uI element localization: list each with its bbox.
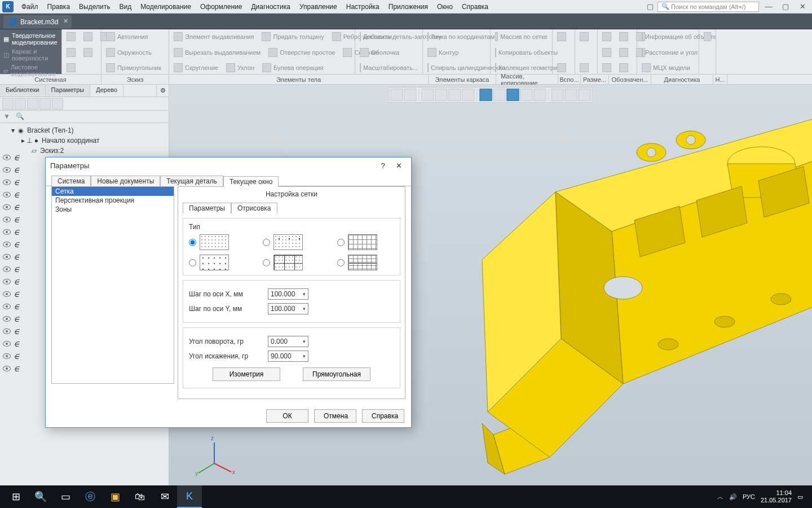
menu-modeling[interactable]: Моделирование [136, 1, 196, 12]
panel-tab-libs[interactable]: Библиотеки [0, 85, 46, 97]
grid-type-6[interactable] [337, 255, 394, 270]
rb-rect[interactable]: Прямоугольник [105, 63, 165, 73]
rb-addpart[interactable]: Добавить деталь-заготовку [359, 32, 419, 42]
vb-wire[interactable] [493, 89, 506, 101]
explorer-icon[interactable]: ▣ [103, 485, 127, 508]
menu-edit[interactable]: Правка [43, 1, 75, 12]
cancel-button[interactable]: Отмена [314, 409, 356, 423]
rb-ann5[interactable] [618, 47, 629, 58]
menu-window[interactable]: Окно [433, 1, 457, 12]
tree-row-icons[interactable]: ∈ [1, 313, 19, 325]
tree-row-icons[interactable]: ∈ [1, 226, 19, 238]
tree-row-icons[interactable]: ∈ [1, 263, 19, 275]
rb-info[interactable]: Информация об объекте [641, 32, 695, 42]
ok-button[interactable]: ОК [266, 409, 308, 423]
maximize-button[interactable]: ▢ [778, 2, 793, 12]
mode-selector[interactable]: ▦Твердотельное моделирование ◫Каркас и п… [0, 29, 62, 74]
rb-aux2[interactable] [556, 63, 571, 73]
grid-type-4[interactable] [189, 255, 246, 270]
tree-tb-5[interactable] [52, 98, 63, 110]
vb-sect[interactable] [534, 89, 546, 101]
mail-icon[interactable]: ✉ [152, 485, 177, 508]
rb-array[interactable]: Массив по сетке [494, 32, 549, 42]
vb-fit[interactable] [462, 89, 475, 101]
tree-row-icons[interactable]: ∈ [1, 213, 19, 226]
vb-zoom[interactable] [422, 89, 434, 101]
sidelist-zones[interactable]: Зоны [52, 205, 174, 214]
tree-tb-3[interactable] [27, 98, 38, 110]
tree-row-icons[interactable]: ∈ [1, 275, 19, 288]
minimize-button[interactable]: — [761, 2, 776, 12]
tray-notifications-icon[interactable]: ▭ [797, 493, 803, 501]
help-button[interactable]: Справка [362, 409, 404, 423]
menu-format[interactable]: Оформление [196, 1, 246, 12]
rb-ann2[interactable] [618, 32, 629, 42]
some-icon[interactable]: ▢ [643, 2, 657, 12]
dtab-curwin[interactable]: Текущее окно [223, 176, 279, 187]
vb-ortho[interactable] [520, 89, 533, 101]
vb-snap[interactable] [404, 89, 417, 101]
vb-pan[interactable] [435, 89, 448, 101]
rb-fillet[interactable]: Скругление [173, 63, 219, 73]
dtab-system[interactable]: Система [51, 176, 91, 186]
tree-row-icons[interactable]: ∈ [1, 338, 19, 350]
tray-chevron-up-icon[interactable]: ︿ [717, 493, 723, 501]
tree-tb-2[interactable] [15, 98, 26, 110]
tree-root[interactable]: ▾ ◉ Bracket (Тел-1) [0, 125, 169, 135]
rb-cfg[interactable] [703, 32, 712, 42]
rb-scale[interactable]: Масштабировать... [359, 63, 419, 73]
tree-row-icons[interactable]: ∈ [1, 251, 19, 263]
tree-row-icons[interactable]: ∈ [1, 350, 19, 362]
rb-undo[interactable] [82, 47, 94, 58]
grid-type-3[interactable] [337, 234, 394, 250]
subtab-draw[interactable]: Отрисовка [231, 203, 277, 213]
rb-ann7[interactable] [601, 63, 612, 73]
grid-type-2[interactable] [263, 234, 320, 250]
step-y-input[interactable]: 100.000▾ [268, 303, 308, 314]
edge-icon[interactable]: ⓔ [78, 485, 103, 508]
rb-dim1[interactable] [579, 32, 594, 42]
rb-point[interactable]: Точка по координатам [426, 32, 487, 42]
tree-row-icons[interactable]: ∈ [1, 288, 19, 300]
rb-copy[interactable]: Копировать объекты [494, 47, 549, 58]
rb-autoline[interactable]: Автолиния [105, 32, 165, 42]
dtab-newdocs[interactable]: Новые документы [91, 176, 160, 186]
vb-shaded[interactable] [480, 89, 492, 101]
tree-row-icons[interactable]: ∈ [1, 151, 19, 164]
subtab-params[interactable]: Параметры [183, 203, 231, 213]
rb-dim2[interactable] [579, 63, 594, 73]
panel-settings-icon[interactable]: ⚙ [156, 85, 169, 97]
rb-ann8[interactable] [618, 63, 629, 73]
menu-manage[interactable]: Управление [295, 1, 342, 12]
command-search[interactable]: 🔍 Поиск по командам (Alt+/) [657, 2, 759, 12]
rb-hole[interactable]: Отверстие простое [267, 47, 336, 58]
grid-type-5[interactable] [263, 255, 320, 270]
rb-print[interactable] [65, 47, 77, 58]
close-icon[interactable]: ✕ [63, 17, 68, 25]
sidelist-grid[interactable]: Сетка [52, 187, 174, 196]
angle-skew-input[interactable]: 90.000▾ [268, 351, 308, 362]
vb-3[interactable] [579, 89, 591, 101]
dialog-help-icon[interactable]: ? [375, 159, 391, 172]
tray-clock[interactable]: 11:04 21.05.2017 [761, 489, 792, 504]
tree-tb-1[interactable] [2, 98, 14, 110]
rb-open[interactable] [82, 32, 94, 42]
rb-redo[interactable] [65, 63, 77, 73]
filter-icon[interactable]: ▼ [3, 112, 12, 121]
panel-tab-tree[interactable]: Дерево [90, 85, 123, 97]
rb-dist[interactable]: Расстояние и угол [641, 47, 695, 58]
rb-new[interactable] [65, 32, 77, 42]
vb-persp[interactable] [507, 89, 519, 101]
grid-type-1[interactable] [189, 234, 246, 250]
tree-row-icons[interactable]: ∈ [1, 189, 19, 201]
menu-diag[interactable]: Диагностика [246, 1, 295, 12]
start-button[interactable]: ⊞ [3, 485, 28, 508]
rb-ann1[interactable] [601, 32, 612, 42]
rb-circle[interactable]: Окружность [105, 47, 165, 58]
dialog-sidelist[interactable]: Сетка Перспективная проекция Зоны [51, 186, 174, 384]
dialog-titlebar[interactable]: Параметры ? ✕ [46, 157, 411, 173]
rb-mass[interactable]: МЦХ модели [641, 63, 695, 73]
taskbar-search-icon[interactable]: 🔍 [28, 485, 53, 508]
rb-aux1[interactable] [556, 32, 571, 42]
vb-rotate[interactable] [449, 89, 461, 101]
